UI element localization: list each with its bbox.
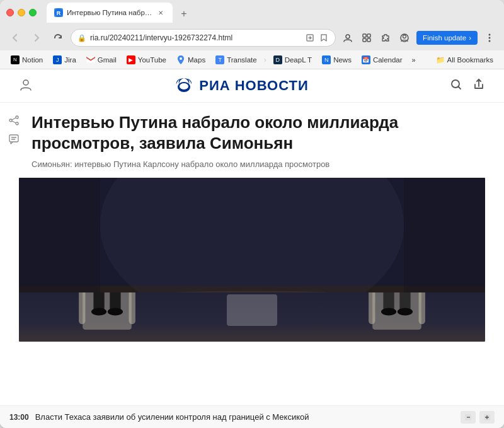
site-logo-text: РИА НОВОСТИ	[199, 78, 309, 94]
minimize-button[interactable]	[18, 9, 25, 16]
extensions-icon[interactable]	[377, 30, 394, 46]
bookmark-gmail[interactable]: Gmail	[82, 54, 121, 66]
svg-rect-52	[404, 178, 485, 292]
active-tab[interactable]: R Интервью Путина набрало •… ✕	[47, 3, 173, 23]
nav-right-icons	[340, 30, 413, 46]
page-content: РИА НОВОСТИ	[0, 69, 504, 428]
maximize-button[interactable]	[29, 9, 37, 16]
youtube-favicon: ▶	[127, 55, 135, 64]
svg-point-21	[16, 122, 18, 125]
svg-point-3	[346, 35, 350, 38]
comment-article-icon[interactable]	[9, 134, 19, 147]
svg-text:R: R	[57, 10, 61, 16]
article-image	[19, 178, 485, 342]
jira-label: Jira	[64, 56, 76, 64]
bookmark-translate[interactable]: T Translate	[211, 54, 261, 66]
tab-grid-icon[interactable]	[358, 30, 375, 46]
bookmark-notion[interactable]: N Notion	[6, 54, 47, 66]
svg-point-34	[91, 308, 106, 315]
svg-point-45	[381, 308, 396, 315]
address-icons	[305, 33, 329, 43]
share-address-icon[interactable]	[305, 33, 315, 43]
svg-point-35	[108, 308, 123, 315]
translate-favicon: T	[215, 55, 224, 64]
svg-rect-51	[19, 178, 100, 292]
svg-point-14	[180, 57, 182, 60]
article-title: Интервью Путина набрало около миллиарда …	[32, 112, 485, 153]
more-bookmarks-button[interactable]: »	[408, 54, 420, 66]
svg-rect-13	[86, 56, 95, 63]
maps-label: Maps	[188, 56, 205, 64]
notion-label: Notion	[22, 56, 43, 64]
user-profile-icon[interactable]	[396, 30, 413, 46]
finish-update-label: Finish update	[423, 34, 466, 42]
site-share-button[interactable]	[472, 78, 485, 94]
tab-favicon: R	[54, 8, 63, 17]
room-background	[19, 178, 485, 292]
url-text: ria.ru/20240211/intervyu-1926732274.html	[90, 33, 301, 42]
svg-point-17	[180, 83, 188, 90]
bookmark-deepl[interactable]: D DeapL T	[269, 54, 316, 66]
title-bar: R Интервью Путина набрало •… ✕ +	[0, 0, 504, 25]
bookmark-jira[interactable]: J Jira	[49, 54, 81, 66]
center-table	[227, 294, 277, 326]
deepl-favicon: D	[273, 55, 282, 64]
svg-point-9	[403, 35, 406, 38]
translate-label: Translate	[227, 56, 257, 64]
svg-rect-22	[9, 135, 18, 142]
tab-title: Интервью Путина набрало •…	[67, 9, 152, 16]
new-tab-button[interactable]: +	[175, 5, 193, 23]
menu-button[interactable]	[481, 30, 498, 46]
finish-update-chevron: ›	[469, 34, 471, 42]
svg-point-11	[489, 37, 491, 39]
news-ticker: 13:00 Власти Техаса заявили об усилении …	[0, 405, 504, 428]
svg-rect-4	[363, 34, 366, 37]
nav-bar: 🔒 ria.ru/20240211/intervyu-1926732274.ht…	[0, 25, 504, 50]
all-bookmarks-button[interactable]: 📁 All Bookmarks	[432, 54, 498, 66]
deepl-label: DeapL T	[285, 56, 312, 64]
bookmark-maps[interactable]: Maps	[172, 54, 210, 66]
ticker-text: Власти Техаса заявили об усилении контро…	[35, 412, 454, 422]
site-logo[interactable]: РИА НОВОСТИ	[174, 76, 309, 96]
tab-close-button[interactable]: ✕	[156, 8, 165, 17]
tabs-area: R Интервью Путина набрало •… ✕ +	[47, 3, 498, 23]
svg-rect-6	[363, 38, 366, 42]
address-bar[interactable]: 🔒 ria.ru/20240211/intervyu-1926732274.ht…	[71, 29, 336, 47]
profile-icon[interactable]	[340, 30, 356, 46]
bookmark-address-icon[interactable]	[319, 33, 329, 43]
calendar-favicon: 📅	[362, 55, 370, 64]
browser-window: R Интервью Путина набрало •… ✕ +	[0, 0, 504, 428]
back-button[interactable]	[6, 29, 24, 47]
share-article-icon[interactable]	[9, 115, 19, 128]
folder-icon: 📁	[436, 55, 445, 64]
ticker-time: 13:00	[9, 413, 29, 422]
article-area: Интервью Путина набрало около миллиарда …	[0, 103, 504, 405]
close-button[interactable]	[6, 9, 14, 16]
lock-icon: 🔒	[77, 34, 86, 42]
bookmark-news[interactable]: N News	[318, 54, 356, 66]
svg-rect-7	[367, 38, 370, 42]
ticker-prev-button[interactable]	[461, 411, 476, 424]
article-actions	[9, 115, 19, 147]
svg-point-19	[16, 116, 18, 119]
notion-favicon: N	[11, 55, 20, 64]
user-account-icon[interactable]	[19, 78, 33, 95]
jira-favicon: J	[53, 55, 62, 64]
refresh-button[interactable]	[49, 29, 67, 47]
finish-update-button[interactable]: Finish update ›	[416, 31, 478, 45]
site-search-button[interactable]	[450, 78, 462, 94]
svg-point-20	[9, 119, 12, 122]
site-header-right	[450, 78, 485, 94]
bookmarks-bar: N Notion J Jira Gmail ▶ YouTube	[0, 50, 504, 69]
forward-button[interactable]	[28, 29, 45, 47]
svg-rect-5	[367, 34, 370, 37]
site-header-left	[19, 78, 33, 95]
svg-point-10	[489, 34, 491, 36]
ticker-controls	[461, 411, 495, 424]
bookmark-youtube[interactable]: ▶ YouTube	[122, 54, 171, 66]
bookmark-calendar[interactable]: 📅 Calendar	[357, 54, 407, 66]
bookmark-separator: ›	[263, 55, 268, 64]
ticker-next-button[interactable]	[479, 411, 495, 424]
youtube-label: YouTube	[138, 56, 166, 64]
svg-point-12	[489, 40, 491, 42]
